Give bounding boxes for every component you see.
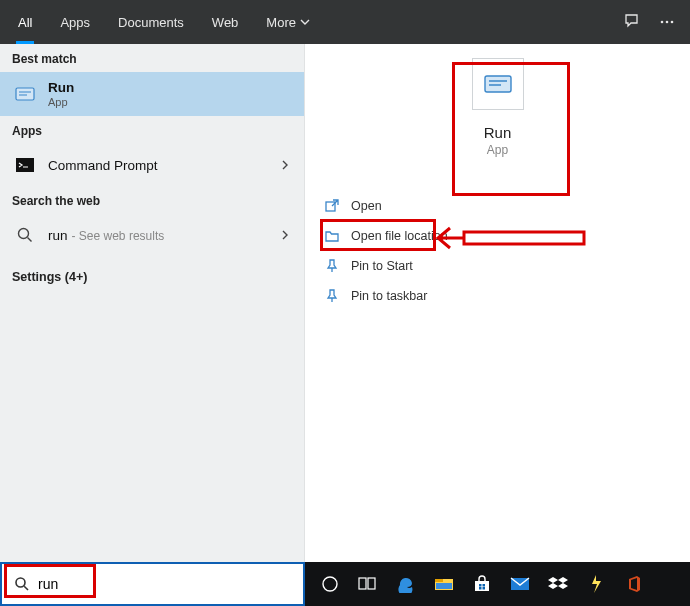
context-pin-to-taskbar[interactable]: Pin to taskbar [305,281,690,311]
file-explorer-icon[interactable] [425,562,463,606]
results-panel: Best match Run App Apps Command Prompt [0,44,305,562]
svg-rect-4 [16,158,34,172]
chevron-right-icon [280,226,290,244]
search-box[interactable] [0,562,305,606]
svg-rect-8 [326,202,335,211]
result-title: Command Prompt [48,158,158,173]
svg-line-6 [28,238,32,242]
context-open-file-location[interactable]: Open file location [305,221,690,251]
dropbox-icon[interactable] [539,562,577,606]
taskbar [305,562,690,606]
result-run-app[interactable]: Run App [0,72,304,116]
section-settings[interactable]: Settings (4+) [0,256,304,298]
web-hint: - See web results [72,229,165,243]
task-view-icon[interactable] [349,562,387,606]
context-menu: Open Open file location Pin to Start [305,191,690,311]
svg-rect-13 [368,578,375,589]
chevron-down-icon [300,17,310,27]
more-options-icon[interactable] [650,0,684,44]
preview-panel: Run App Open Open file location [305,44,690,562]
context-label: Open file location [351,229,448,243]
svg-point-5 [19,229,29,239]
mail-icon[interactable] [501,562,539,606]
tab-apps[interactable]: Apps [46,0,104,44]
svg-point-11 [323,577,337,591]
context-label: Pin to Start [351,259,413,273]
preview-card: Run App [438,58,558,157]
section-search-web: Search the web [0,186,304,214]
context-pin-to-start[interactable]: Pin to Start [305,251,690,281]
result-command-prompt[interactable]: Command Prompt [0,144,304,186]
svg-rect-12 [359,578,366,589]
run-icon [12,81,38,107]
context-open[interactable]: Open [305,191,690,221]
open-icon [323,197,341,215]
tab-all[interactable]: All [4,0,46,44]
search-icon [12,222,38,248]
command-prompt-icon [12,152,38,178]
svg-point-2 [671,21,674,24]
pin-icon [323,257,341,275]
svg-rect-15 [435,579,443,582]
search-filter-tabs: All Apps Documents Web More [0,0,690,44]
bottom-bar [0,562,690,606]
svg-rect-7 [485,76,511,92]
context-label: Pin to taskbar [351,289,427,303]
svg-rect-16 [436,583,452,589]
svg-point-1 [666,21,669,24]
svg-rect-18 [479,584,482,587]
preview-name: Run [484,124,512,141]
svg-point-0 [661,21,664,24]
office-icon[interactable] [615,562,653,606]
section-best-match: Best match [0,44,304,72]
chevron-right-icon [280,156,290,174]
tab-web[interactable]: Web [198,0,253,44]
folder-icon [323,227,341,245]
store-icon[interactable] [463,562,501,606]
search-icon [12,576,32,592]
edge-icon[interactable] [387,562,425,606]
svg-rect-17 [475,581,489,591]
preview-type: App [487,143,508,157]
svg-rect-3 [16,88,34,100]
cortana-icon[interactable] [311,562,349,606]
result-title: Run [48,80,74,95]
run-tile-icon [472,58,524,110]
result-web-search[interactable]: run - See web results [0,214,304,256]
app-icon[interactable] [577,562,615,606]
tab-documents[interactable]: Documents [104,0,198,44]
feedback-icon[interactable] [616,0,650,44]
svg-rect-19 [483,584,486,587]
svg-point-9 [16,578,25,587]
search-input[interactable] [38,576,293,592]
section-apps: Apps [0,116,304,144]
svg-rect-20 [479,587,482,590]
pin-icon [323,287,341,305]
svg-rect-21 [483,587,486,590]
result-subtitle: App [48,96,74,108]
svg-line-10 [24,586,28,590]
context-label: Open [351,199,382,213]
tab-more[interactable]: More [252,0,324,44]
web-query: run [48,228,68,243]
